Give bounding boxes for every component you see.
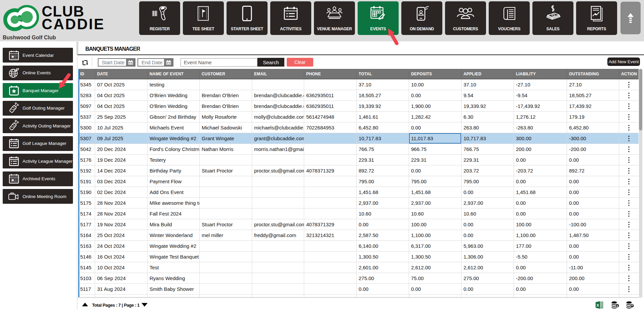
svg-text:X: X xyxy=(596,303,599,307)
